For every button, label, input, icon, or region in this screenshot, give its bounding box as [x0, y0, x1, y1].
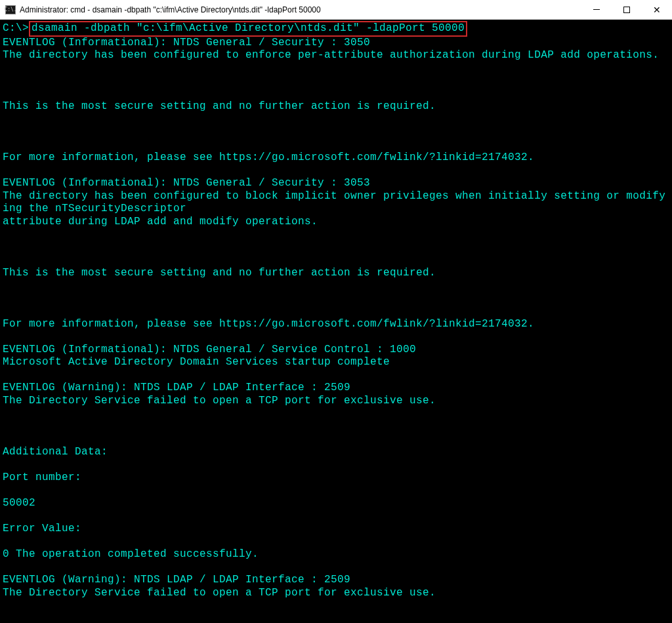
- window-title: Administrator: cmd - dsamain -dbpath "c:…: [20, 5, 321, 14]
- minimize-icon: [593, 9, 600, 10]
- cmd-icon: C:\.: [5, 5, 16, 14]
- maximize-button[interactable]: [612, 0, 642, 19]
- command-prompt: C:\>: [3, 22, 29, 34]
- title-bar[interactable]: C:\. Administrator: cmd - dsamain -dbpat…: [0, 0, 672, 20]
- minimize-button[interactable]: [581, 0, 612, 19]
- title-left: C:\. Administrator: cmd - dsamain -dbpat…: [5, 5, 321, 14]
- maximize-icon: [623, 7, 630, 13]
- terminal-output[interactable]: C:\>dsamain -dbpath "c:\ifm\Active Direc…: [0, 20, 672, 623]
- terminal-log: EVENTLOG (Informational): NTDS General /…: [3, 37, 665, 623]
- highlighted-command: dsamain -dbpath "c:\ifm\Active Directory…: [29, 21, 467, 37]
- close-button[interactable]: ✕: [642, 0, 672, 19]
- close-icon: ✕: [653, 5, 661, 14]
- window-controls: ✕: [581, 0, 672, 19]
